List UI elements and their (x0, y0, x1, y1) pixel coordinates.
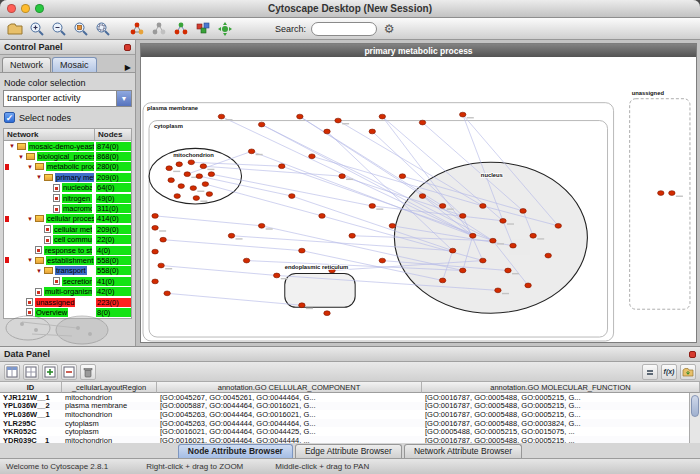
network-node[interactable] (176, 162, 182, 167)
table-row[interactable]: YPL036W__2plasma membrane[GO:0005887, GO… (0, 402, 700, 411)
tree-row[interactable]: cell communicati...22(0) (4, 235, 131, 245)
network-tree-label[interactable]: multi-organism pro... (44, 287, 92, 296)
network-canvas[interactable]: plasma membranecytoplasmmitochondrionnuc… (141, 57, 696, 342)
expand-arrow-icon[interactable]: ▼ (36, 174, 44, 180)
tab-mosaic[interactable]: Mosaic (52, 57, 97, 72)
new-network-from-selection-button[interactable] (171, 19, 191, 38)
tree-row[interactable]: secretion41(0) (4, 276, 131, 286)
network-node[interactable] (500, 218, 506, 223)
color-attribute-combobox[interactable]: transporter activity ▼ (3, 90, 132, 107)
tree-row[interactable]: macromolecule...311(0) (4, 203, 131, 213)
network-tree-label[interactable]: secretion (62, 277, 92, 286)
tab-network[interactable]: Network (2, 57, 51, 72)
network-node[interactable] (158, 263, 164, 268)
network-node[interactable] (178, 184, 184, 189)
network-node[interactable] (297, 114, 303, 119)
network-node[interactable] (206, 192, 212, 197)
network-node[interactable] (324, 129, 330, 134)
table-row[interactable]: YDR039C__1mitochondrion[GO:0016021, GO:0… (0, 436, 700, 443)
network-node[interactable] (419, 120, 425, 125)
select-first-neighbors-button[interactable] (127, 19, 147, 38)
hide-selected-nodes-button[interactable] (149, 19, 169, 38)
network-node[interactable] (369, 129, 375, 134)
network-node[interactable] (152, 225, 158, 230)
network-tree-label[interactable]: response to stimulu... (44, 246, 92, 255)
network-node[interactable] (490, 238, 496, 243)
network-tree-label[interactable]: cellular process (46, 214, 94, 223)
network-node[interactable] (202, 182, 208, 187)
function-builder-button[interactable]: f(x) (661, 364, 677, 380)
table-row[interactable]: YLR295Ccytoplasm[GO:0045263, GO:0044444,… (0, 419, 700, 428)
column-header[interactable]: _cellularLayoutRegion (62, 382, 157, 393)
network-node[interactable] (190, 186, 196, 191)
select-attributes-button[interactable] (4, 364, 20, 380)
network-node[interactable] (460, 112, 466, 117)
network-node[interactable] (510, 243, 516, 248)
network-node[interactable] (258, 223, 264, 228)
column-header[interactable]: annotation.GO CELLULAR_COMPONENT (157, 382, 422, 393)
tree-row[interactable]: unassigned223(0) (4, 297, 131, 307)
network-tree-label[interactable]: cellular metabol... (53, 225, 92, 234)
network-node[interactable] (324, 311, 330, 316)
network-node[interactable] (369, 204, 375, 209)
network-node[interactable] (319, 214, 325, 219)
tab-edge-attribute-browser[interactable]: Edge Attribute Browser (295, 444, 402, 458)
import-attributes-button[interactable] (680, 364, 696, 380)
network-tree-label[interactable]: biological_process (37, 152, 94, 161)
network-node[interactable] (152, 214, 158, 219)
network-tree-label[interactable]: nitrogen compou... (62, 194, 92, 203)
network-tree-label[interactable]: establishment of lo... (46, 256, 94, 265)
network-node[interactable] (228, 233, 234, 238)
tab-node-attribute-browser[interactable]: Node Attribute Browser (178, 444, 293, 458)
unselect-attributes-button[interactable] (23, 364, 39, 380)
tree-row[interactable]: nucleobase...64(0) (4, 183, 131, 193)
network-node[interactable] (208, 172, 214, 177)
tree-row[interactable]: ▼primary metabolic process209(0) (4, 172, 131, 182)
search-options-button[interactable]: ⚙ (379, 19, 399, 38)
create-attribute-button[interactable] (42, 364, 58, 380)
expand-arrow-icon[interactable]: ▼ (27, 257, 35, 263)
expand-arrow-icon[interactable]: ▼ (27, 216, 35, 222)
network-tree-label[interactable]: transport (55, 266, 87, 275)
vizmapper-button[interactable] (193, 19, 213, 38)
network-node[interactable] (658, 191, 664, 196)
network-node[interactable] (168, 178, 174, 183)
zoom-in-button[interactable] (27, 19, 47, 38)
network-node[interactable] (188, 160, 194, 165)
network-node[interactable] (530, 233, 536, 238)
network-node[interactable] (470, 233, 476, 238)
expand-arrow-icon[interactable]: ▼ (9, 143, 17, 149)
network-node[interactable] (160, 237, 166, 242)
network-node[interactable] (152, 249, 158, 254)
network-node[interactable] (379, 258, 385, 263)
tree-row[interactable]: multi-organism pro...42(0) (4, 286, 131, 296)
column-header[interactable]: ID (0, 382, 62, 393)
tree-row[interactable]: ▼biological_process868(0) (4, 151, 131, 161)
network-node[interactable] (520, 209, 526, 214)
network-node[interactable] (248, 149, 254, 154)
network-node[interactable] (439, 278, 445, 283)
float-panel-icon[interactable] (124, 44, 131, 51)
network-node[interactable] (379, 114, 385, 119)
apply-layout-button[interactable] (215, 19, 235, 38)
network-node[interactable] (200, 164, 206, 169)
network-node[interactable] (460, 214, 466, 219)
network-node[interactable] (439, 204, 445, 209)
expand-arrow-icon[interactable]: ▼ (36, 268, 44, 274)
open-session-button[interactable] (5, 19, 25, 38)
network-node[interactable] (299, 248, 305, 253)
column-header[interactable]: annotation.GO MOLECULAR_FUNCTION (422, 382, 700, 393)
search-input[interactable] (311, 22, 377, 36)
tree-row[interactable]: ▼metabolic process280(0) (4, 162, 131, 172)
tree-row[interactable]: response to stimulu...4(0) (4, 245, 131, 255)
network-node[interactable] (164, 291, 170, 296)
network-node[interactable] (335, 118, 341, 123)
network-node[interactable] (274, 273, 280, 278)
scrollbar-thumb[interactable] (691, 395, 699, 417)
zoom-out-button[interactable] (49, 19, 69, 38)
select-nodes-checkbox[interactable]: ✓ (4, 112, 15, 123)
network-node[interactable] (174, 194, 180, 199)
network-node[interactable] (349, 233, 355, 238)
network-node[interactable] (480, 204, 486, 209)
network-node[interactable] (166, 166, 172, 171)
